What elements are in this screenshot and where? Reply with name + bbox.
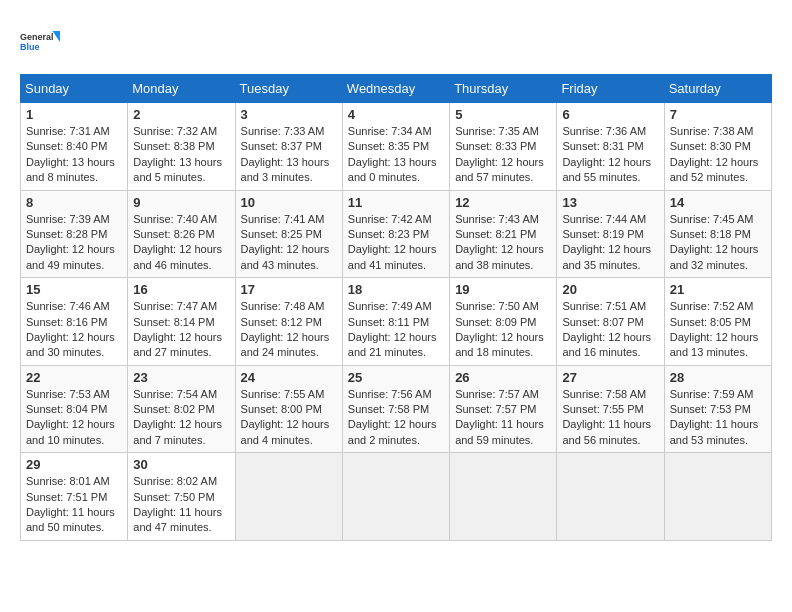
day-cell-21: 21 Sunrise: 7:52 AMSunset: 8:05 PMDaylig…: [664, 278, 771, 366]
logo-svg: General Blue: [20, 20, 60, 64]
day-cell-7: 7 Sunrise: 7:38 AMSunset: 8:30 PMDayligh…: [664, 103, 771, 191]
col-header-monday: Monday: [128, 75, 235, 103]
day-info: Sunrise: 7:52 AMSunset: 8:05 PMDaylight:…: [670, 300, 759, 358]
svg-text:General: General: [20, 32, 54, 42]
day-cell-25: 25 Sunrise: 7:56 AMSunset: 7:58 PMDaylig…: [342, 365, 449, 453]
day-info: Sunrise: 7:48 AMSunset: 8:12 PMDaylight:…: [241, 300, 330, 358]
empty-day-cell: [450, 453, 557, 541]
day-number: 3: [241, 107, 337, 122]
day-cell-5: 5 Sunrise: 7:35 AMSunset: 8:33 PMDayligh…: [450, 103, 557, 191]
day-cell-29: 29 Sunrise: 8:01 AMSunset: 7:51 PMDaylig…: [21, 453, 128, 541]
day-cell-19: 19 Sunrise: 7:50 AMSunset: 8:09 PMDaylig…: [450, 278, 557, 366]
day-info: Sunrise: 7:56 AMSunset: 7:58 PMDaylight:…: [348, 388, 437, 446]
day-cell-18: 18 Sunrise: 7:49 AMSunset: 8:11 PMDaylig…: [342, 278, 449, 366]
day-number: 19: [455, 282, 551, 297]
day-info: Sunrise: 8:01 AMSunset: 7:51 PMDaylight:…: [26, 475, 115, 533]
day-cell-13: 13 Sunrise: 7:44 AMSunset: 8:19 PMDaylig…: [557, 190, 664, 278]
day-info: Sunrise: 7:49 AMSunset: 8:11 PMDaylight:…: [348, 300, 437, 358]
day-info: Sunrise: 7:43 AMSunset: 8:21 PMDaylight:…: [455, 213, 544, 271]
day-cell-24: 24 Sunrise: 7:55 AMSunset: 8:00 PMDaylig…: [235, 365, 342, 453]
calendar-table: SundayMondayTuesdayWednesdayThursdayFrid…: [20, 74, 772, 541]
col-header-thursday: Thursday: [450, 75, 557, 103]
day-number: 23: [133, 370, 229, 385]
day-info: Sunrise: 7:40 AMSunset: 8:26 PMDaylight:…: [133, 213, 222, 271]
day-cell-14: 14 Sunrise: 7:45 AMSunset: 8:18 PMDaylig…: [664, 190, 771, 278]
day-info: Sunrise: 7:33 AMSunset: 8:37 PMDaylight:…: [241, 125, 330, 183]
svg-marker-2: [53, 31, 61, 42]
day-info: Sunrise: 7:42 AMSunset: 8:23 PMDaylight:…: [348, 213, 437, 271]
day-info: Sunrise: 7:32 AMSunset: 8:38 PMDaylight:…: [133, 125, 222, 183]
day-number: 26: [455, 370, 551, 385]
day-info: Sunrise: 7:58 AMSunset: 7:55 PMDaylight:…: [562, 388, 651, 446]
day-cell-12: 12 Sunrise: 7:43 AMSunset: 8:21 PMDaylig…: [450, 190, 557, 278]
day-info: Sunrise: 7:59 AMSunset: 7:53 PMDaylight:…: [670, 388, 759, 446]
day-number: 16: [133, 282, 229, 297]
page-header: General Blue: [20, 20, 772, 64]
day-number: 6: [562, 107, 658, 122]
day-cell-28: 28 Sunrise: 7:59 AMSunset: 7:53 PMDaylig…: [664, 365, 771, 453]
day-cell-1: 1 Sunrise: 7:31 AMSunset: 8:40 PMDayligh…: [21, 103, 128, 191]
day-number: 1: [26, 107, 122, 122]
day-info: Sunrise: 7:34 AMSunset: 8:35 PMDaylight:…: [348, 125, 437, 183]
day-number: 8: [26, 195, 122, 210]
day-number: 24: [241, 370, 337, 385]
day-number: 10: [241, 195, 337, 210]
calendar-week-4: 22 Sunrise: 7:53 AMSunset: 8:04 PMDaylig…: [21, 365, 772, 453]
empty-day-cell: [235, 453, 342, 541]
day-info: Sunrise: 7:57 AMSunset: 7:57 PMDaylight:…: [455, 388, 544, 446]
empty-day-cell: [342, 453, 449, 541]
day-number: 12: [455, 195, 551, 210]
day-cell-8: 8 Sunrise: 7:39 AMSunset: 8:28 PMDayligh…: [21, 190, 128, 278]
day-info: Sunrise: 7:53 AMSunset: 8:04 PMDaylight:…: [26, 388, 115, 446]
day-number: 22: [26, 370, 122, 385]
col-header-sunday: Sunday: [21, 75, 128, 103]
day-cell-16: 16 Sunrise: 7:47 AMSunset: 8:14 PMDaylig…: [128, 278, 235, 366]
day-cell-11: 11 Sunrise: 7:42 AMSunset: 8:23 PMDaylig…: [342, 190, 449, 278]
day-info: Sunrise: 7:36 AMSunset: 8:31 PMDaylight:…: [562, 125, 651, 183]
col-header-friday: Friday: [557, 75, 664, 103]
day-cell-26: 26 Sunrise: 7:57 AMSunset: 7:57 PMDaylig…: [450, 365, 557, 453]
day-cell-10: 10 Sunrise: 7:41 AMSunset: 8:25 PMDaylig…: [235, 190, 342, 278]
day-info: Sunrise: 7:51 AMSunset: 8:07 PMDaylight:…: [562, 300, 651, 358]
day-number: 17: [241, 282, 337, 297]
day-cell-30: 30 Sunrise: 8:02 AMSunset: 7:50 PMDaylig…: [128, 453, 235, 541]
day-cell-23: 23 Sunrise: 7:54 AMSunset: 8:02 PMDaylig…: [128, 365, 235, 453]
calendar-week-1: 1 Sunrise: 7:31 AMSunset: 8:40 PMDayligh…: [21, 103, 772, 191]
day-info: Sunrise: 7:50 AMSunset: 8:09 PMDaylight:…: [455, 300, 544, 358]
day-info: Sunrise: 7:31 AMSunset: 8:40 PMDaylight:…: [26, 125, 115, 183]
day-info: Sunrise: 7:45 AMSunset: 8:18 PMDaylight:…: [670, 213, 759, 271]
day-info: Sunrise: 7:39 AMSunset: 8:28 PMDaylight:…: [26, 213, 115, 271]
day-cell-2: 2 Sunrise: 7:32 AMSunset: 8:38 PMDayligh…: [128, 103, 235, 191]
day-cell-9: 9 Sunrise: 7:40 AMSunset: 8:26 PMDayligh…: [128, 190, 235, 278]
logo: General Blue: [20, 20, 60, 64]
day-info: Sunrise: 7:54 AMSunset: 8:02 PMDaylight:…: [133, 388, 222, 446]
day-cell-4: 4 Sunrise: 7:34 AMSunset: 8:35 PMDayligh…: [342, 103, 449, 191]
col-header-saturday: Saturday: [664, 75, 771, 103]
day-cell-20: 20 Sunrise: 7:51 AMSunset: 8:07 PMDaylig…: [557, 278, 664, 366]
day-number: 28: [670, 370, 766, 385]
day-number: 11: [348, 195, 444, 210]
calendar-week-5: 29 Sunrise: 8:01 AMSunset: 7:51 PMDaylig…: [21, 453, 772, 541]
day-info: Sunrise: 7:38 AMSunset: 8:30 PMDaylight:…: [670, 125, 759, 183]
day-number: 2: [133, 107, 229, 122]
col-header-wednesday: Wednesday: [342, 75, 449, 103]
day-cell-6: 6 Sunrise: 7:36 AMSunset: 8:31 PMDayligh…: [557, 103, 664, 191]
empty-day-cell: [664, 453, 771, 541]
day-number: 30: [133, 457, 229, 472]
svg-text:Blue: Blue: [20, 42, 40, 52]
day-headers-row: SundayMondayTuesdayWednesdayThursdayFrid…: [21, 75, 772, 103]
day-number: 14: [670, 195, 766, 210]
day-number: 15: [26, 282, 122, 297]
day-info: Sunrise: 7:46 AMSunset: 8:16 PMDaylight:…: [26, 300, 115, 358]
calendar-week-2: 8 Sunrise: 7:39 AMSunset: 8:28 PMDayligh…: [21, 190, 772, 278]
day-number: 7: [670, 107, 766, 122]
day-info: Sunrise: 7:35 AMSunset: 8:33 PMDaylight:…: [455, 125, 544, 183]
calendar-week-3: 15 Sunrise: 7:46 AMSunset: 8:16 PMDaylig…: [21, 278, 772, 366]
empty-day-cell: [557, 453, 664, 541]
day-cell-15: 15 Sunrise: 7:46 AMSunset: 8:16 PMDaylig…: [21, 278, 128, 366]
day-cell-17: 17 Sunrise: 7:48 AMSunset: 8:12 PMDaylig…: [235, 278, 342, 366]
day-number: 18: [348, 282, 444, 297]
day-number: 29: [26, 457, 122, 472]
day-info: Sunrise: 7:44 AMSunset: 8:19 PMDaylight:…: [562, 213, 651, 271]
day-number: 21: [670, 282, 766, 297]
